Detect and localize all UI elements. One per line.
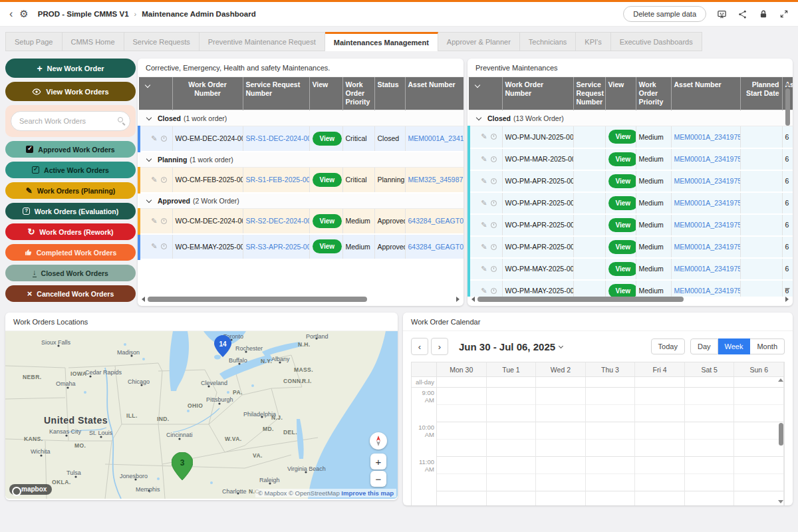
asset-number-link[interactable]: 643284_GEAGT09915 (405, 209, 464, 234)
asset-number-link[interactable]: MEM0001A_2341975009 (671, 148, 740, 170)
view-button[interactable]: View (608, 240, 636, 254)
day-header[interactable]: Sat 5 (685, 362, 735, 376)
group-chevron-icon[interactable] (146, 114, 152, 120)
breadcrumb-app[interactable]: PROD - Simple CMMS V1 (38, 10, 129, 18)
calendar-month-button[interactable]: Month (750, 338, 785, 354)
cluster-marker-blue[interactable]: 14 (214, 335, 231, 357)
calendar-cell[interactable] (536, 388, 586, 422)
asset-number-link[interactable]: MEM0001A_2341975009 (671, 192, 740, 214)
group-row-approved[interactable]: Approved(2 Work Order) (139, 193, 464, 209)
edit-icon[interactable]: ✎ (481, 199, 487, 207)
calendar-cell[interactable] (734, 457, 784, 491)
cancelled-work-orders-button[interactable]: ×Cancelled Work Orders (5, 285, 136, 302)
calendar-cell[interactable] (685, 457, 735, 491)
scroll-down-icon[interactable] (785, 288, 790, 291)
asset-number-link[interactable]: MEM0001A_2341975009 (671, 214, 740, 236)
day-header[interactable]: Fri 4 (635, 362, 685, 376)
view-button[interactable]: View (313, 214, 342, 228)
history-icon[interactable] (161, 177, 167, 183)
day-header[interactable]: Mon 30 (437, 362, 487, 376)
view-button[interactable]: View (608, 262, 636, 276)
asset-number-link[interactable]: MEM325_34598774 (405, 168, 464, 193)
approved-work-orders-button[interactable]: Approved Work Orders (5, 141, 136, 158)
work-orders-rework-button[interactable]: ↻Work Orders (Rework) (5, 223, 136, 240)
calendar-day-button[interactable]: Day (690, 338, 718, 354)
table-row[interactable]: ✎ WO-CM-FEB-2025-0001 SR-S1-FEB-2025-000… (139, 168, 464, 193)
history-icon[interactable] (491, 222, 497, 228)
table-row[interactable]: ✎ WO-PM-MAR-2025-0002 View Medium MEM000… (469, 148, 793, 170)
tab-executive-dashboards[interactable]: Executive Dashboards (611, 32, 702, 51)
view-button[interactable]: View (608, 218, 636, 232)
view-work-orders-button[interactable]: View Work Orders (5, 82, 136, 101)
tab-cmms-home[interactable]: CMMS Home (63, 32, 124, 51)
asset-number-link[interactable]: MEM0001A_2341975009 (671, 126, 740, 148)
calendar-cell[interactable] (586, 491, 636, 505)
calendar-cell[interactable] (635, 491, 685, 505)
edit-icon[interactable]: ✎ (481, 132, 487, 141)
vertical-scrollbar[interactable] (784, 82, 791, 291)
asset-number-link[interactable]: MEM0001A_2341975009 (671, 258, 740, 280)
calendar-range-dropdown[interactable]: Jun 30 - Jul 06, 2025 (459, 341, 563, 352)
work-orders-planning-button[interactable]: ✎Work Orders (Planning) (5, 182, 136, 199)
col-service-request-number[interactable]: Service Request Number (573, 77, 605, 110)
edit-icon[interactable]: ✎ (151, 217, 157, 225)
table-row[interactable]: ✎ WO-CM-DEC-2024-0002 SR-S2-DEC-2024-000… (139, 209, 464, 234)
scroll-left-icon[interactable] (471, 297, 475, 302)
calendar-cell[interactable] (734, 388, 784, 422)
tab-approver-planner[interactable]: Approver & Planner (438, 32, 520, 51)
map[interactable]: Sioux Falls Madison Toronto Rochester Bu… (5, 331, 398, 499)
asset-number-link[interactable]: MEM0001A_2341975009 (671, 236, 740, 258)
view-button[interactable]: View (608, 196, 636, 210)
day-header[interactable]: Wed 2 (536, 362, 586, 376)
history-icon[interactable] (491, 156, 497, 162)
table-row[interactable]: ✎ WO-EM-DEC-2024-0001 SR-S1-DEC-2024-000… (139, 126, 464, 152)
col-status[interactable]: Status (374, 77, 405, 110)
group-chevron-icon[interactable] (146, 198, 152, 203)
calendar-cell[interactable] (536, 491, 586, 505)
expand-all-chevron-icon[interactable] (469, 77, 502, 110)
calendar-cell[interactable] (685, 377, 735, 387)
col-work-order-number[interactable]: Work Order Number (172, 77, 243, 110)
calendar-cell[interactable] (487, 377, 537, 387)
lock-icon[interactable] (758, 9, 768, 19)
table-row[interactable]: ✎ WO-EM-MAY-2025-0001 SR-S3-APR-2025-000… (139, 234, 464, 259)
horizontal-scrollbar[interactable] (142, 296, 460, 303)
tab-setup-page[interactable]: Setup Page (5, 32, 63, 51)
new-work-order-button[interactable]: +New Work Order (5, 59, 136, 78)
history-icon[interactable] (491, 134, 497, 140)
edit-icon[interactable]: ✎ (481, 177, 487, 186)
col-view[interactable]: View (605, 77, 636, 110)
day-header[interactable]: Thu 3 (586, 362, 636, 376)
share-icon[interactable] (737, 9, 747, 19)
group-row-planning[interactable]: Planning(1 work order) (139, 152, 464, 168)
calendar-cell[interactable] (586, 457, 636, 491)
service-request-link[interactable]: SR-S2-DEC-2024-0002 (243, 209, 309, 234)
work-orders-evaluation-button[interactable]: Work Orders (Evaluation) (5, 203, 136, 219)
col-work-order-priority[interactable]: Work Order Priority (342, 77, 374, 110)
table-row[interactable]: ✎ WO-PM-APR-2025-0001 View Medium MEM000… (469, 170, 793, 192)
col-asset-number[interactable]: Asset Number (671, 77, 740, 110)
view-button[interactable]: View (608, 152, 636, 166)
scroll-down-icon[interactable] (778, 500, 783, 503)
completed-work-orders-button[interactable]: Completed Work Orders (5, 244, 136, 261)
group-row-closed[interactable]: Closed(1 work order) (139, 110, 464, 126)
table-row[interactable]: ✎ WO-PM-APR-2025-0004 View Medium MEM000… (469, 236, 793, 258)
edit-icon[interactable]: ✎ (481, 287, 487, 295)
view-button[interactable]: View (608, 174, 636, 188)
tab-service-requests[interactable]: Service Requests (124, 32, 200, 51)
col-asset-number[interactable]: Asset Number (405, 77, 464, 110)
calendar-cell[interactable] (586, 377, 636, 387)
edit-icon[interactable]: ✎ (151, 134, 157, 143)
history-icon[interactable] (161, 218, 167, 224)
history-icon[interactable] (491, 288, 497, 294)
edit-icon[interactable]: ✎ (481, 221, 487, 229)
calendar-cell[interactable] (586, 388, 636, 422)
closed-work-orders-button[interactable]: ↓Closed Work Orders (5, 265, 136, 281)
view-button[interactable]: View (313, 239, 342, 253)
calendar-cell[interactable] (734, 491, 784, 505)
zoom-out-button[interactable]: − (370, 471, 386, 487)
calendar-cell[interactable] (437, 388, 487, 422)
calendar-today-button[interactable]: Today (651, 338, 685, 354)
group-chevron-icon[interactable] (146, 156, 152, 162)
calendar-cell[interactable] (536, 422, 586, 457)
